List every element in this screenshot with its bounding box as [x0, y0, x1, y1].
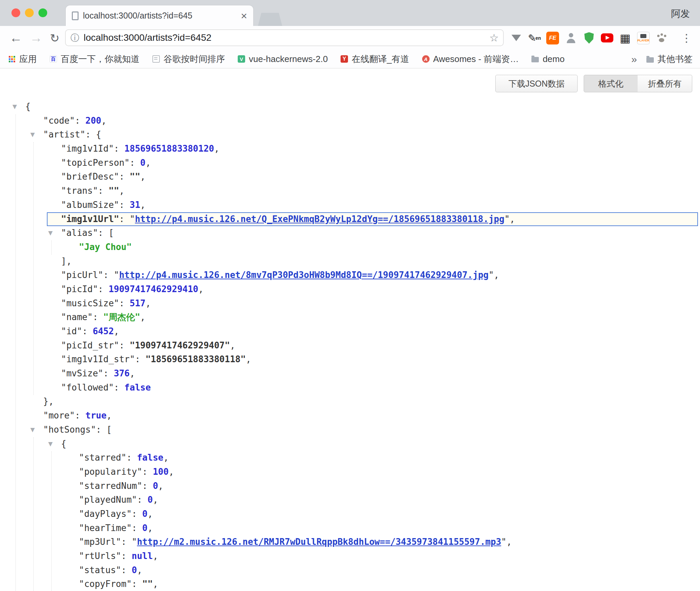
json-line: "picUrl": "http://p4.music.126.net/8mv7q…	[0, 268, 700, 282]
back-button[interactable]	[9, 26, 22, 50]
json-line: ],	[0, 254, 700, 269]
other-bookmarks[interactable]: 其他书签	[646, 53, 693, 65]
json-token: ,	[140, 172, 146, 182]
download-json-button[interactable]: 下载JSON数据	[495, 75, 578, 92]
json-token: ,	[506, 537, 512, 547]
json-token: "more"	[43, 410, 75, 421]
json-url-link[interactable]: http://p4.music.126.net/8mv7qP30Pd3oHW8b…	[119, 270, 489, 280]
json-token: ,	[145, 298, 151, 308]
bookmark-item[interactable]: Y在线翻译_有道	[341, 53, 409, 65]
json-token: "dayPlays"	[79, 509, 132, 519]
chrome-menu-icon[interactable]	[681, 26, 692, 50]
json-token: : [	[98, 228, 114, 238]
json-token: "mvSize"	[61, 368, 103, 378]
bookmark-item[interactable]: Vvue-hackernews-2.0	[238, 54, 328, 64]
json-token: ,	[119, 186, 124, 196]
json-token: :	[119, 214, 129, 224]
translate-icon[interactable]: en	[528, 32, 541, 44]
address-bar[interactable]: localhost:3000/artists?id=6452	[65, 29, 504, 46]
json-line: "starred": false,	[0, 451, 700, 465]
json-token: 19097417462929410	[109, 284, 198, 294]
shield-icon[interactable]	[583, 32, 595, 44]
json-line: "name": "周杰伦",	[0, 310, 700, 324]
json-token: null	[132, 551, 153, 561]
json-token: "img1v1Id"	[61, 144, 114, 154]
vimium-icon[interactable]	[510, 32, 523, 44]
json-line: "Jay Chou"	[0, 240, 700, 254]
minimize-window-button[interactable]	[25, 8, 34, 17]
json-token: :	[75, 116, 85, 126]
translate-icon-text: en	[535, 35, 541, 41]
collapse-toggle-icon[interactable]	[12, 100, 17, 114]
profile-icon[interactable]	[564, 32, 577, 44]
json-url-link[interactable]: http://p4.music.126.net/Q_ExePNkmqB2yWyL…	[135, 214, 504, 224]
youtube-icon[interactable]	[601, 33, 613, 42]
collapse-toggle-icon[interactable]	[48, 226, 53, 240]
url-text: localhost:3000/artists?id=6452	[84, 32, 211, 43]
player-icon[interactable]: PLAYER	[637, 32, 650, 44]
bookmark-item[interactable]: AAwesomes - 前端资…	[422, 53, 519, 65]
folder-icon	[531, 57, 539, 62]
json-token: "周杰伦"	[103, 312, 140, 322]
new-tab-button[interactable]	[258, 13, 282, 26]
json-token: :	[142, 481, 153, 491]
json-line: "mvSize": 376,	[0, 367, 700, 381]
bookmarks-bar: 应用 百百度一下，你就知道谷歌按时间排序Vvue-hackernews-2.0Y…	[0, 50, 700, 68]
collapse-toggle-icon[interactable]	[48, 437, 53, 451]
json-token: ,	[494, 270, 499, 280]
paw-icon[interactable]	[655, 32, 668, 44]
json-token: "trans"	[61, 186, 98, 196]
json-token: :	[93, 312, 103, 322]
json-token: :	[75, 410, 85, 421]
json-token: ,	[107, 410, 112, 421]
json-token: {	[25, 101, 31, 112]
tab-close-icon[interactable]	[241, 10, 247, 21]
json-token: "	[130, 214, 135, 224]
json-token: ,	[163, 453, 169, 463]
collapse-toggle-icon[interactable]	[30, 423, 35, 437]
json-token: :	[114, 382, 124, 393]
forward-button[interactable]	[30, 26, 42, 50]
bookmark-star-icon[interactable]	[489, 32, 499, 44]
collapse-toggle-icon[interactable]	[30, 128, 35, 142]
json-token: "	[114, 270, 119, 280]
json-token: "briefDesc"	[61, 172, 119, 182]
json-token: :	[98, 186, 109, 196]
collapse-all-button[interactable]: 折叠所有	[638, 75, 692, 92]
page-info-icon[interactable]	[70, 32, 79, 44]
close-window-button[interactable]	[11, 8, 20, 17]
json-url-link[interactable]: http://m2.music.126.net/RMJR7wDullRqppBk…	[137, 537, 501, 547]
json-line: "artist": {	[0, 128, 700, 142]
json-token: ,	[114, 326, 119, 336]
json-token: "	[504, 214, 510, 224]
json-token: "topicPerson"	[61, 158, 130, 168]
browser-tab[interactable]: localhost:3000/artists?id=645	[66, 5, 253, 26]
bookmark-item[interactable]: 百百度一下，你就知道	[50, 53, 140, 65]
json-token: ""	[109, 186, 119, 196]
json-token: :	[103, 368, 114, 378]
qrcode-icon[interactable]: ▦	[619, 32, 632, 44]
bookmarks-overflow-icon[interactable]	[631, 54, 637, 65]
json-token: ],	[61, 256, 71, 266]
reload-button[interactable]	[50, 26, 60, 50]
fullscreen-window-button[interactable]	[38, 8, 47, 17]
page-icon	[152, 55, 160, 63]
json-token: },	[43, 396, 54, 406]
profile-name[interactable]: 阿发	[671, 7, 690, 20]
json-token: :	[98, 284, 109, 294]
json-line: "img1v1Id_str": "18569651883380118",	[0, 352, 700, 367]
json-line: "rtUrls": null,	[0, 549, 700, 563]
json-token: :	[126, 453, 137, 463]
json-token: "	[489, 270, 494, 280]
json-token: : {	[85, 129, 101, 139]
bookmark-item[interactable]: demo	[531, 54, 564, 64]
apps-shortcut[interactable]: 应用	[8, 53, 37, 65]
bookmark-label: demo	[543, 54, 564, 64]
json-token: ,	[130, 368, 135, 378]
fehelper-icon[interactable]: FE	[546, 32, 559, 44]
json-line: "trans": "",	[0, 184, 700, 198]
json-token: "copyFrom"	[79, 579, 132, 589]
bookmark-item[interactable]: 谷歌按时间排序	[152, 53, 225, 65]
format-button[interactable]: 格式化	[584, 75, 638, 92]
json-token: ""	[130, 172, 140, 182]
